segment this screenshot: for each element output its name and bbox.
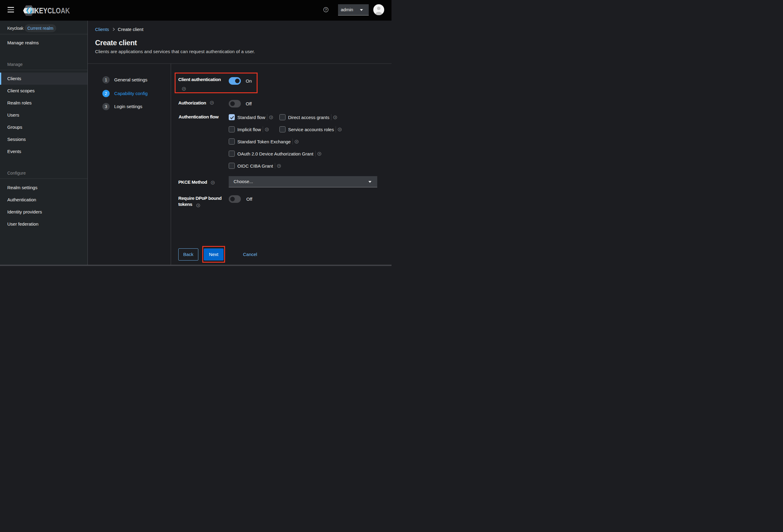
svg-text:?: ?: [278, 164, 280, 167]
svg-text:KEYCLOAK: KEYCLOAK: [35, 6, 70, 15]
svg-text:?: ?: [335, 116, 336, 119]
svg-text:?: ?: [319, 152, 320, 155]
svg-text:?: ?: [197, 204, 199, 207]
svg-text:?: ?: [212, 181, 214, 184]
svg-text:?: ?: [183, 88, 185, 91]
svg-text:?: ?: [270, 116, 272, 119]
svg-text:?: ?: [266, 128, 268, 131]
svg-text:?: ?: [339, 128, 341, 131]
svg-text:?: ?: [296, 140, 297, 143]
svg-text:?: ?: [211, 101, 213, 104]
svg-text:?: ?: [325, 8, 327, 11]
